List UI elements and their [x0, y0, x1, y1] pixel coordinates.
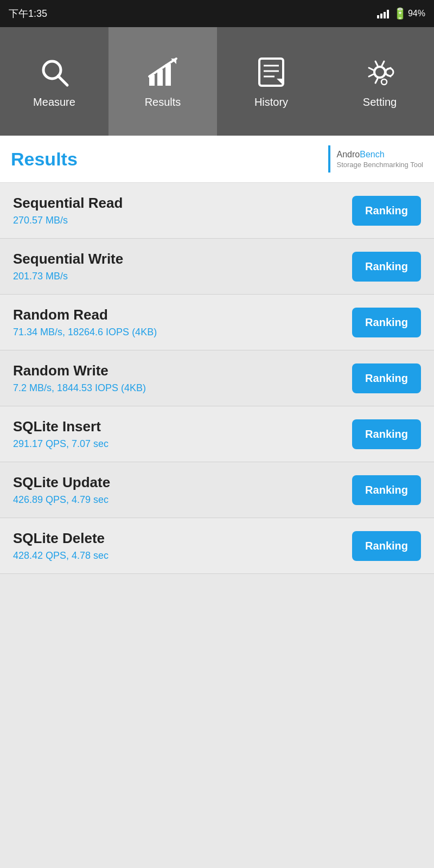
result-name: Sequential Write [13, 251, 123, 267]
ranking-button[interactable]: Ranking [352, 308, 421, 337]
svg-point-13 [381, 79, 387, 85]
tab-results-label: Results [145, 96, 181, 108]
result-info: SQLite Update 426.89 QPS, 4.79 sec [13, 474, 110, 506]
result-info: Random Write 7.2 MB/s, 1844.53 IOPS (4KB… [13, 362, 146, 394]
result-item: Sequential Write 201.73 MB/s Ranking [0, 239, 434, 295]
result-item: Random Read 71.34 MB/s, 18264.6 IOPS (4K… [0, 295, 434, 350]
ranking-button[interactable]: Ranking [352, 475, 421, 505]
results-icon [145, 55, 180, 90]
result-item: Sequential Read 270.57 MB/s Ranking [0, 183, 434, 239]
tab-results[interactable]: Results [108, 27, 217, 136]
ranking-button[interactable]: Ranking [352, 252, 421, 282]
svg-rect-3 [157, 69, 163, 86]
svg-rect-4 [165, 64, 171, 86]
ranking-button[interactable]: Ranking [352, 419, 421, 449]
result-name: SQLite Delete [13, 530, 108, 547]
result-info: SQLite Delete 428.42 QPS, 4.78 sec [13, 530, 108, 561]
svg-line-1 [58, 76, 67, 85]
result-info: Sequential Write 201.73 MB/s [13, 251, 123, 282]
brand-divider [328, 145, 330, 173]
history-icon [254, 55, 289, 90]
result-name: SQLite Insert [13, 418, 108, 435]
result-name: SQLite Update [13, 474, 110, 491]
result-value: 201.73 MB/s [13, 271, 123, 282]
result-value: 426.89 QPS, 4.79 sec [13, 494, 110, 506]
tab-history[interactable]: History [217, 27, 326, 136]
result-item: SQLite Update 426.89 QPS, 4.79 sec Ranki… [0, 462, 434, 518]
status-bar: 下午1:35 🔋 94% [0, 0, 434, 27]
result-name: Sequential Read [13, 195, 123, 212]
results-header: Results AndroBench Storage Benchmarking … [0, 136, 434, 183]
measure-icon [37, 55, 72, 90]
svg-point-11 [374, 67, 385, 78]
svg-marker-10 [277, 79, 283, 85]
result-value: 428.42 QPS, 4.78 sec [13, 550, 108, 561]
brand-logo: AndroBench Storage Benchmarking Tool [328, 145, 423, 173]
battery-percent: 94% [408, 9, 425, 18]
ranking-button[interactable]: Ranking [352, 531, 421, 561]
results-list: Sequential Read 270.57 MB/s Ranking Sequ… [0, 183, 434, 868]
result-info: SQLite Insert 291.17 QPS, 7.07 sec [13, 418, 108, 450]
brand-text: AndroBench Storage Benchmarking Tool [337, 150, 423, 169]
content-area: Results AndroBench Storage Benchmarking … [0, 136, 434, 868]
svg-rect-6 [259, 59, 283, 86]
result-info: Random Read 71.34 MB/s, 18264.6 IOPS (4K… [13, 307, 157, 338]
setting-icon [362, 55, 397, 90]
result-value: 270.57 MB/s [13, 215, 123, 226]
result-item: SQLite Insert 291.17 QPS, 7.07 sec Ranki… [0, 406, 434, 462]
result-info: Sequential Read 270.57 MB/s [13, 195, 123, 226]
result-value: 291.17 QPS, 7.07 sec [13, 438, 108, 450]
result-value: 71.34 MB/s, 18264.6 IOPS (4KB) [13, 327, 157, 338]
brand-bench-part: Bench [360, 150, 384, 159]
tab-setting[interactable]: Setting [326, 27, 434, 136]
nav-tabs: Measure Results History [0, 27, 434, 136]
result-item: Random Write 7.2 MB/s, 1844.53 IOPS (4KB… [0, 350, 434, 406]
results-title: Results [11, 149, 78, 170]
result-value: 7.2 MB/s, 1844.53 IOPS (4KB) [13, 382, 146, 394]
tab-history-label: History [254, 96, 288, 108]
ranking-button[interactable]: Ranking [352, 196, 421, 226]
signal-icon [377, 9, 389, 18]
brand-andro-part: Andro [337, 150, 360, 159]
tab-measure-label: Measure [33, 96, 75, 108]
battery-icon: 🔋 94% [393, 7, 425, 20]
result-name: Random Read [13, 307, 157, 323]
ranking-button[interactable]: Ranking [352, 363, 421, 393]
status-right: 🔋 94% [377, 7, 425, 20]
tab-measure[interactable]: Measure [0, 27, 108, 136]
brand-name: AndroBench [337, 150, 385, 159]
result-item: SQLite Delete 428.42 QPS, 4.78 sec Ranki… [0, 518, 434, 574]
status-time: 下午1:35 [9, 7, 47, 20]
brand-subtitle: Storage Benchmarking Tool [337, 161, 423, 169]
tab-setting-label: Setting [363, 96, 397, 108]
result-name: Random Write [13, 362, 146, 379]
